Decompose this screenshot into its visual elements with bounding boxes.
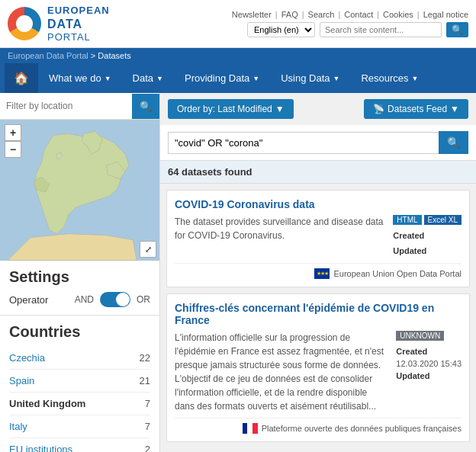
search-link[interactable]: Search — [308, 10, 335, 19]
logo-icon — [8, 7, 41, 40]
main-layout: 🔍 + — [0, 93, 476, 452]
site-search-input[interactable] — [320, 22, 442, 37]
country-count: 2 — [145, 444, 150, 452]
dataset-card-2: Chiffres-clés concernant l'épidémie de C… — [166, 293, 470, 442]
main-search-button[interactable]: 🔍 — [439, 131, 468, 154]
and-label: AND — [75, 294, 94, 305]
card-footer-1: ★★★ European Union Open Data Portal — [175, 263, 462, 279]
card-footer-2: Plateforme ouverte des données publiques… — [175, 418, 462, 434]
country-czechia[interactable]: Czechia 22 — [9, 347, 150, 370]
sidebar: 🔍 + — [0, 93, 160, 452]
filter-location-area: 🔍 — [0, 93, 159, 120]
eu-flag-icon: ★★★ — [314, 268, 330, 279]
dataset-body: The dataset provides surveillance and di… — [175, 215, 462, 258]
country-spain[interactable]: Spain 21 — [9, 370, 150, 393]
chevron-down-icon: ▼ — [105, 75, 111, 82]
country-count: 7 — [145, 421, 150, 432]
nav-home-button[interactable]: 🏠 — [5, 63, 38, 93]
logo-line3: PORTAL — [47, 31, 110, 43]
dataset-description: L'information officielle sur la progress… — [175, 331, 388, 413]
faq-link[interactable]: FAQ — [281, 10, 298, 19]
source-label: European Union Open Data Portal — [333, 269, 462, 278]
country-name: EU institutions — [9, 444, 72, 452]
country-name: Czechia — [9, 352, 45, 364]
results-count: 64 datasets found — [160, 161, 476, 184]
map-svg — [0, 120, 159, 261]
top-search-row: English (en) 🔍 — [247, 22, 468, 37]
breadcrumb-portal-link[interactable]: European Data Portal — [8, 51, 88, 60]
country-united-kingdom[interactable]: United Kingdom 7 — [9, 393, 150, 415]
dataset-meta: UNKNOWN Created 12.03.2020 15:43 Updated — [396, 331, 462, 413]
top-bar: EUROPEAN DATA PORTAL Newsletter | FAQ | … — [0, 0, 476, 48]
badge-row: HTML Excel XL — [393, 215, 462, 225]
map-expand-button[interactable]: ⤢ — [140, 241, 156, 258]
map-zoom-out-button[interactable]: − — [5, 141, 21, 158]
operator-row: Operator AND OR — [9, 292, 150, 307]
dataset-meta: HTML Excel XL Created Updated — [393, 215, 462, 258]
content-area: Order by: Last Modified ▼ 📡 Datasets Fee… — [160, 93, 476, 452]
logo-line1: EUROPEAN — [47, 5, 110, 17]
chevron-down-icon: ▼ — [156, 75, 163, 82]
order-bar: Order by: Last Modified ▼ 📡 Datasets Fee… — [160, 93, 476, 125]
settings-title: Settings — [9, 268, 150, 286]
dataset-title[interactable]: Chiffres-clés concernant l'épidémie de C… — [175, 302, 462, 326]
country-name: Italy — [9, 421, 27, 432]
map-controls: + − — [5, 124, 21, 158]
created-label: Created — [393, 231, 424, 240]
rss-icon: 📡 — [373, 104, 384, 114]
countries-title: Countries — [9, 323, 150, 341]
html-badge: HTML — [393, 215, 421, 225]
country-name: United Kingdom — [9, 398, 85, 409]
fr-flag-icon — [243, 423, 258, 434]
cookies-link[interactable]: Cookies — [383, 10, 413, 19]
updated-label: Updated — [396, 371, 429, 380]
settings-section: Settings Operator AND OR — [0, 261, 159, 316]
badge-row: UNKNOWN — [396, 331, 444, 341]
filter-location-button[interactable]: 🔍 — [132, 94, 159, 119]
newsletter-link[interactable]: Newsletter — [232, 10, 272, 19]
source-label: Plateforme ouverte des données publiques… — [262, 424, 462, 433]
filter-location-input[interactable] — [0, 93, 132, 119]
site-search-button[interactable]: 🔍 — [446, 22, 468, 37]
order-by-button[interactable]: Order by: Last Modified ▼ — [168, 99, 294, 119]
chevron-down-icon: ▼ — [450, 104, 459, 114]
datasets-feed-button[interactable]: 📡 Datasets Feed ▼ — [364, 99, 468, 119]
country-eu-institutions[interactable]: EU institutions 2 — [9, 438, 150, 452]
chevron-down-icon: ▼ — [275, 104, 285, 114]
country-name: Spain — [9, 375, 34, 386]
nav-using-data[interactable]: Using Data ▼ — [270, 65, 350, 91]
main-nav: 🏠 What we do ▼ Data ▼ Providing Data ▼ U… — [0, 63, 476, 93]
unknown-badge: UNKNOWN — [396, 331, 444, 341]
search-bar: 🔍 — [160, 125, 476, 161]
created-value: 12.03.2020 15:43 — [396, 359, 462, 368]
top-links: Newsletter | FAQ | Search | Contact | Co… — [232, 10, 468, 19]
country-italy[interactable]: Italy 7 — [9, 415, 150, 438]
nav-data[interactable]: Data ▼ — [122, 65, 174, 91]
chevron-down-icon: ▼ — [412, 75, 419, 82]
top-right: Newsletter | FAQ | Search | Contact | Co… — [232, 10, 468, 37]
updated-label: Updated — [393, 246, 426, 255]
or-label: OR — [137, 294, 150, 305]
logo-area: EUROPEAN DATA PORTAL — [8, 5, 110, 43]
created-label: Created — [396, 347, 427, 356]
nav-what-we-do[interactable]: What we do ▼ — [38, 65, 122, 91]
breadcrumb-current: Datasets — [98, 51, 130, 60]
legal-notice-link[interactable]: Legal notice — [423, 10, 468, 19]
dataset-card-1: COVID-19 Coronavirus data The dataset pr… — [166, 190, 470, 287]
operator-toggle[interactable] — [100, 292, 130, 307]
map-container: + − ⤢ — [0, 120, 159, 261]
toggle-knob — [116, 293, 130, 306]
main-search-input[interactable] — [168, 132, 439, 154]
country-count: 22 — [140, 352, 150, 364]
nav-resources[interactable]: Resources ▼ — [350, 65, 429, 91]
contact-link[interactable]: Contact — [344, 10, 373, 19]
operator-label: Operator — [9, 294, 69, 306]
countries-section: Countries Czechia 22 Spain 21 United Kin… — [0, 316, 159, 452]
nav-providing-data[interactable]: Providing Data ▼ — [174, 65, 270, 91]
chevron-down-icon: ▼ — [252, 75, 259, 82]
dataset-title[interactable]: COVID-19 Coronavirus data — [175, 198, 462, 210]
language-select[interactable]: English (en) — [247, 22, 315, 37]
logo-line2: DATA — [47, 17, 110, 31]
map-zoom-in-button[interactable]: + — [5, 124, 21, 141]
dataset-description: The dataset provides surveillance and di… — [175, 215, 385, 258]
